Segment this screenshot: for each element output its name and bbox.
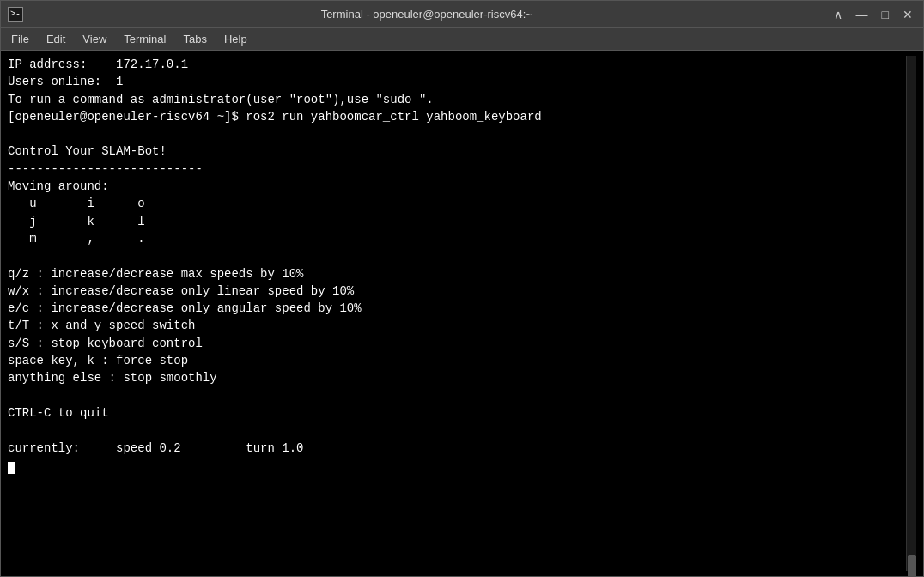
terminal-output: IP address: 172.17.0.1 Users online: 1 T… xyxy=(8,56,906,474)
maximize-button[interactable]: □ xyxy=(878,7,892,22)
window-controls: ∧ — □ ✕ xyxy=(830,7,916,22)
terminal-body[interactable]: IP address: 172.17.0.1 Users online: 1 T… xyxy=(1,51,923,576)
scrollbar-thumb[interactable] xyxy=(908,555,916,576)
menu-help[interactable]: Help xyxy=(217,31,254,47)
menu-view[interactable]: View xyxy=(76,31,113,47)
title-bar-left: >- xyxy=(8,7,23,22)
terminal-cursor xyxy=(8,462,15,474)
scrollbar[interactable] xyxy=(906,56,916,571)
menu-file[interactable]: File xyxy=(4,31,36,47)
menu-edit[interactable]: Edit xyxy=(40,31,72,47)
terminal-content: IP address: 172.17.0.1 Users online: 1 T… xyxy=(8,56,906,571)
menu-bar: File Edit View Terminal Tabs Help xyxy=(1,28,923,51)
menu-tabs[interactable]: Tabs xyxy=(176,31,213,47)
close-button[interactable]: ✕ xyxy=(899,7,916,22)
title-bar: >- Terminal - openeuler@openeuler-riscv6… xyxy=(1,1,923,28)
menu-terminal[interactable]: Terminal xyxy=(117,31,173,47)
window-title: Terminal - openeuler@openeuler-riscv64:~ xyxy=(23,8,830,21)
restore-button[interactable]: — xyxy=(853,7,872,22)
minimize-button[interactable]: ∧ xyxy=(830,7,846,22)
terminal-window: >- Terminal - openeuler@openeuler-riscv6… xyxy=(0,0,924,577)
app-icon: >- xyxy=(8,7,23,22)
